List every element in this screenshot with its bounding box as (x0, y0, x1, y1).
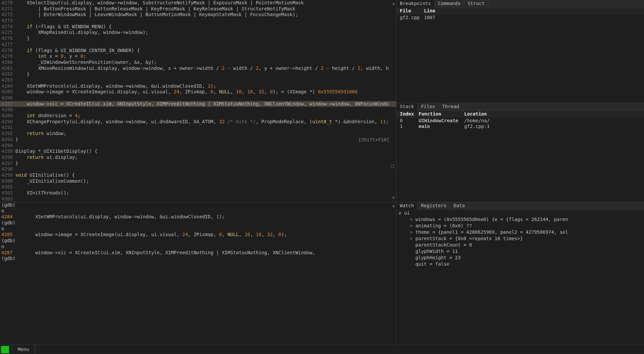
line-number: 4282 (0, 71, 15, 77)
watch-item[interactable]: > theme = {panel1 = 4280625969, panel2 =… (398, 229, 642, 236)
expand-icon[interactable] (398, 242, 416, 248)
source-line[interactable]: 4277 (0, 42, 396, 48)
source-line[interactable]: 4302 XInitThreads(); (0, 190, 396, 196)
tab-data[interactable]: Data (450, 202, 469, 209)
line-number: 4272 (0, 12, 15, 18)
source-line[interactable]: 4275 XMapRaised(ui.display, window->wind… (0, 30, 396, 36)
breakpoints-panel: Breakpoints Commands Struct File Line gf… (396, 0, 644, 103)
watch-item[interactable]: > parentStack = {0x0 <repeats 16 times>} (398, 236, 642, 242)
gdb-console-panel: ▲ (gdb)n4284 XSetWMProtocols(ui.display,… (0, 202, 396, 345)
tab-breakpoints[interactable]: Breakpoints (396, 0, 435, 7)
expand-icon[interactable]: > (398, 217, 416, 222)
source-line[interactable]: 4278 if (flags & UI_WINDOW_CENTER_IN_OWN… (0, 48, 396, 54)
line-number: 4299 (0, 172, 15, 178)
source-line[interactable]: 4282 } (0, 71, 396, 77)
source-line[interactable]: 4272 | EnterWindowMask | LeaveWindowMask… (0, 12, 396, 18)
source-line[interactable]: 4291 (0, 125, 396, 131)
watch-tree[interactable]: v ui > windows = (0x5555565d0ee0) {e = {… (396, 210, 644, 268)
col-line: Line (424, 8, 444, 14)
expand-icon[interactable]: > (398, 229, 416, 235)
expand-icon[interactable] (398, 255, 416, 260)
line-code: XChangeProperty(ui.display, window->wind… (15, 119, 396, 125)
source-line[interactable]: 4274 if (~flags & UI_WINDOW_MENU) { (0, 24, 396, 30)
source-line[interactable]: 4285 window->image = XCreateImage(ui.dis… (0, 89, 396, 95)
expand-icon[interactable]: > (398, 236, 416, 241)
source-line[interactable]: 4286 (0, 95, 396, 101)
watch-item[interactable]: parentStackCount = 0 (398, 242, 642, 249)
line-number: 4293 (0, 137, 15, 143)
watch-root[interactable]: v ui (398, 210, 642, 217)
tab-watch[interactable]: Watch (396, 202, 418, 210)
stack-frame-row[interactable]: 0UIWindowCreate/home/na/ (396, 118, 644, 124)
source-line[interactable]: 4279 int x = 0, y = 0; (0, 53, 396, 59)
line-number: 4300 (0, 178, 15, 184)
watch-item[interactable]: glyphWidth = 11 (398, 249, 642, 255)
scroll-down-icon[interactable]: ▼ (392, 195, 395, 201)
line-number: 4275 (0, 30, 15, 36)
source-line[interactable]: 4296 return ui.display; (0, 154, 396, 161)
watch-item[interactable]: quit = false (398, 261, 642, 268)
line-code (15, 143, 396, 149)
line-code (15, 125, 396, 131)
console-line: n (1, 226, 395, 232)
source-line[interactable]: 4271 | ButtonPressMask | ButtonReleaseMa… (0, 6, 396, 12)
line-number: 4301 (0, 184, 15, 190)
command-input[interactable] (35, 345, 644, 354)
source-line[interactable]: 4299void UIInitialise() { (0, 172, 396, 178)
line-code: XInitThreads(); (15, 190, 396, 196)
watch-item[interactable]: > windows = (0x5555565d0ee0) {e = {flags… (398, 217, 642, 223)
source-line[interactable]: 4303 (0, 196, 396, 202)
line-code: _UIInitialiseCommon(); (15, 178, 396, 184)
scrollbar-thumb[interactable] (391, 165, 394, 168)
expand-icon[interactable]: > (398, 223, 416, 228)
line-number: 4279 (0, 53, 15, 59)
source-line[interactable]: 4281 XMoveResizeWindow(ui.display, windo… (0, 65, 396, 72)
source-line[interactable]: 4298 (0, 166, 396, 172)
tab-thread[interactable]: Thread (439, 103, 463, 110)
source-line[interactable]: 4290 XChangeProperty(ui.display, window-… (0, 119, 396, 125)
console-line: (gdb) (1, 202, 395, 208)
line-code (15, 196, 396, 202)
watch-item[interactable]: glyphHeight = 23 (398, 255, 642, 261)
breakpoint-row[interactable]: gf2.cpp 1007 (396, 15, 644, 21)
tab-stack[interactable]: Stack (396, 103, 418, 110)
stack-frame-row[interactable]: 1maingf2.cpp:1 (396, 124, 644, 130)
source-line[interactable]: 4301 (0, 184, 396, 190)
console-line: (gdb) (1, 220, 395, 226)
line-number: 4286 (0, 95, 15, 101)
console-scroll-up-icon[interactable]: ▲ (392, 203, 395, 209)
source-line[interactable]: 4270 XSelectInput(ui.display, window->wi… (0, 0, 396, 6)
console-output[interactable]: (gdb)n4284 XSetWMProtocols(ui.display, w… (0, 202, 396, 262)
tab-registers[interactable]: Registers (418, 202, 450, 209)
line-code (15, 184, 396, 190)
tab-commands[interactable]: Commands (435, 0, 464, 7)
tab-struct[interactable]: Struct (464, 0, 488, 7)
source-line[interactable]: 4289 int dndVersion = 4; (0, 113, 396, 119)
source-line[interactable]: 4284 XSetWMProtocols(ui.display, window-… (0, 83, 396, 89)
watch-item[interactable]: > animating = (0x0) ?? (398, 223, 642, 229)
line-number: 4280 (0, 59, 15, 65)
console-line: n (1, 244, 395, 250)
expand-icon[interactable] (398, 261, 416, 267)
source-line[interactable]: 4297} (0, 161, 396, 167)
line-code (15, 18, 396, 24)
source-line[interactable]: 4294 (0, 143, 396, 149)
source-line[interactable]: 4293} (0, 137, 396, 143)
source-line[interactable]: 4300 _UIInitialiseCommon(); (0, 178, 396, 184)
col-file: File (400, 8, 424, 14)
scroll-up-icon[interactable]: ▲ (392, 1, 395, 7)
source-line[interactable]: 4292 return window; (0, 131, 396, 137)
source-line[interactable]: 4276 } (0, 36, 396, 42)
expand-icon[interactable] (398, 249, 416, 254)
line-number: 4284 (0, 83, 15, 89)
source-line[interactable]: 4280 _UIWindowGetScreenPosition(owner, &… (0, 59, 396, 65)
source-lines[interactable]: 4270 XSelectInput(ui.display, window->wi… (0, 0, 396, 202)
source-line[interactable]: 4273 (0, 18, 396, 24)
tab-files[interactable]: Files (418, 103, 439, 110)
source-line[interactable]: 4288 (0, 107, 396, 113)
source-line[interactable]: 4287 window->xic = XCreateIC(ui.xim, XNI… (0, 101, 396, 107)
source-line[interactable]: 4295Display *_UIX11GetDisplay() { (0, 148, 396, 154)
source-line[interactable]: 4283 (0, 77, 396, 83)
menu-button[interactable]: Menu (12, 345, 35, 354)
line-code: window->xic = XCreateIC(ui.xim, XNInputS… (15, 101, 396, 107)
